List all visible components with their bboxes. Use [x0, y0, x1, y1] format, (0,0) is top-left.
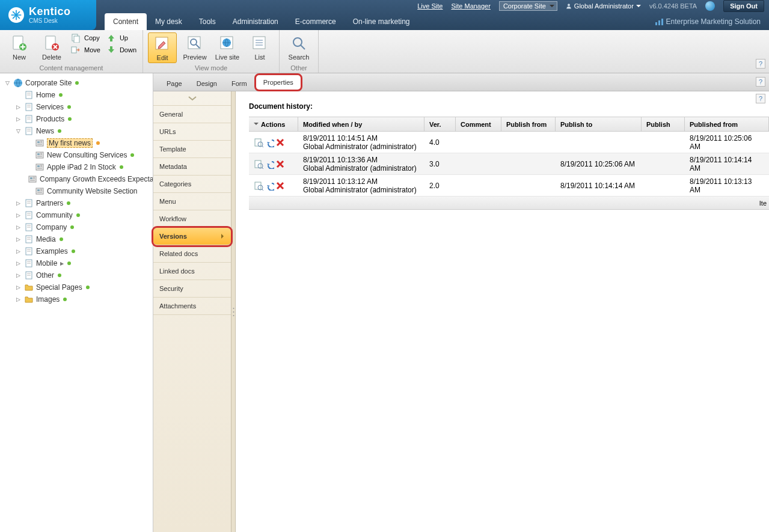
down-button[interactable]: Down — [105, 44, 138, 55]
ribbon-help-button[interactable]: ? — [756, 59, 765, 69]
subtab-page[interactable]: Page — [159, 76, 189, 91]
view-icon[interactable] — [254, 159, 263, 169]
delete-button[interactable]: Delete — [37, 32, 66, 62]
search-button[interactable]: Search — [284, 32, 313, 62]
delete-icon[interactable] — [275, 181, 285, 191]
topbar: Kentico CMS Desk Live Site Site Manager … — [0, 0, 769, 30]
rollback-icon[interactable] — [265, 159, 274, 169]
tree-node[interactable]: New Consulting Services — [0, 149, 153, 161]
tree-toggle[interactable]: ▽ — [4, 80, 11, 86]
maintab-administration[interactable]: Administration — [224, 13, 287, 30]
view-icon[interactable] — [254, 138, 263, 147]
tree-node[interactable]: ▷Community — [0, 209, 153, 221]
live-site-link[interactable]: Live Site — [417, 2, 443, 10]
col-comment[interactable]: Comment — [456, 117, 501, 131]
globe-icon[interactable] — [705, 1, 715, 11]
tree-node[interactable]: My first news — [0, 137, 153, 149]
preview-button[interactable]: Preview — [180, 32, 209, 62]
tree-node[interactable]: ▽News — [0, 125, 153, 137]
vmenu-template[interactable]: Template — [153, 141, 231, 158]
subtabs-help-button[interactable]: ? — [756, 77, 765, 87]
tree-toggle[interactable]: ▷ — [14, 296, 22, 302]
tree-toggle[interactable]: ▽ — [14, 128, 22, 134]
tree-node[interactable]: ▽Corporate Site — [0, 77, 153, 89]
maintab-tools[interactable]: Tools — [191, 13, 224, 30]
vmenu-collapse-button[interactable] — [153, 91, 231, 106]
tree-node[interactable]: ▷Mobile▶ — [0, 257, 153, 269]
tree-toggle[interactable]: ▷ — [14, 116, 22, 122]
delete-icon[interactable] — [275, 159, 285, 169]
tree-toggle[interactable]: ▷ — [14, 272, 22, 278]
list-button[interactable]: List — [245, 32, 274, 62]
rollback-icon[interactable] — [265, 181, 274, 191]
col-ver[interactable]: Ver. — [424, 117, 456, 131]
vmenu-related-docs[interactable]: Related docs — [153, 245, 231, 263]
new-button[interactable]: New — [5, 32, 34, 62]
tree-toggle[interactable]: ▷ — [14, 248, 22, 254]
subtab-properties[interactable]: Properties — [254, 73, 302, 91]
tree-toggle[interactable]: ▷ — [14, 224, 22, 230]
tree-node[interactable]: ▷Media — [0, 233, 153, 245]
copy-button[interactable]: Copy — [70, 32, 102, 43]
tree-toggle[interactable]: ▷ — [14, 200, 22, 206]
up-button[interactable]: Up — [105, 32, 138, 43]
tree-node[interactable]: ▷Special Pages — [0, 281, 153, 293]
tree-node[interactable]: Company Growth Exceeds Expectations — [0, 173, 153, 185]
col-pubfromval[interactable]: Published from — [685, 117, 769, 131]
site-manager-link[interactable]: Site Manager — [451, 2, 490, 10]
tree-node[interactable]: ▷Services — [0, 101, 153, 113]
vmenu-linked-docs[interactable]: Linked docs — [153, 263, 231, 280]
page-icon — [24, 198, 34, 208]
vmenu-urls[interactable]: URLs — [153, 123, 231, 141]
subtab-form[interactable]: Form — [224, 76, 254, 91]
vmenu-versions[interactable]: Versions — [153, 228, 231, 245]
tree-label: Special Pages — [36, 283, 82, 292]
vmenu-workflow[interactable]: Workflow — [153, 210, 231, 228]
tree-node[interactable]: ▷Company — [0, 221, 153, 233]
tree-node[interactable]: Apple iPad 2 In Stock — [0, 161, 153, 173]
panel-help-button[interactable]: ? — [756, 94, 765, 103]
rollback-icon[interactable] — [265, 138, 274, 147]
vmenu-metadata[interactable]: Metadata — [153, 158, 231, 176]
tree-node[interactable]: Community Website Section — [0, 185, 153, 197]
tree-toggle[interactable]: ▷ — [14, 284, 22, 290]
vmenu-categories[interactable]: Categories — [153, 176, 231, 193]
col-actions[interactable]: Actions — [249, 117, 298, 131]
view-icon[interactable] — [254, 181, 263, 191]
maintab-content[interactable]: Content — [105, 13, 147, 30]
tree-toggle[interactable]: ▷ — [14, 236, 22, 242]
vmenu-security[interactable]: Security — [153, 280, 231, 298]
vmenu-menu[interactable]: Menu — [153, 193, 231, 210]
tree-node[interactable]: Home — [0, 89, 153, 101]
splitter[interactable] — [231, 91, 236, 532]
livesite-button[interactable]: Live site — [213, 32, 242, 62]
col-publish[interactable]: Publish — [642, 117, 685, 131]
vmenu-general[interactable]: General — [153, 106, 231, 123]
site-selector[interactable]: Corporate Site — [499, 1, 557, 11]
sign-out-button[interactable]: Sign Out — [723, 0, 764, 12]
tree-node[interactable]: ▷Examples — [0, 245, 153, 257]
tree-toggle[interactable]: ▷ — [14, 104, 22, 110]
maintab-e-commerce[interactable]: E-commerce — [287, 13, 345, 30]
logo[interactable]: Kentico CMS Desk — [0, 0, 96, 30]
maintab-my-desk[interactable]: My desk — [147, 13, 191, 30]
delete-icon[interactable] — [275, 138, 285, 147]
page-icon — [24, 102, 34, 112]
user-menu[interactable]: Global Administrator — [566, 2, 641, 10]
tree-toggle[interactable]: ▷ — [14, 212, 22, 218]
edit-button[interactable]: Edit — [148, 32, 177, 63]
grid-row: 8/19/2011 10:13:36 AMGlobal Administrato… — [249, 153, 769, 175]
tree-node[interactable]: ▷Images — [0, 293, 153, 305]
tree-node[interactable]: ▷Other — [0, 269, 153, 281]
maintab-on-line-marketing[interactable]: On-line marketing — [345, 13, 418, 30]
subtab-design[interactable]: Design — [189, 76, 224, 91]
move-button[interactable]: Move — [70, 44, 102, 55]
tree-node[interactable]: ▷Partners — [0, 197, 153, 209]
col-pubfrom[interactable]: Publish from — [501, 117, 556, 131]
col-pubto[interactable]: Publish to — [556, 117, 642, 131]
col-modified[interactable]: Modified when / by — [298, 117, 424, 131]
tree-toggle[interactable]: ▷ — [14, 260, 22, 266]
tree-node[interactable]: ▷Products — [0, 113, 153, 125]
arrow-icon: ▶ — [60, 261, 64, 266]
vmenu-attachments[interactable]: Attachments — [153, 298, 231, 315]
